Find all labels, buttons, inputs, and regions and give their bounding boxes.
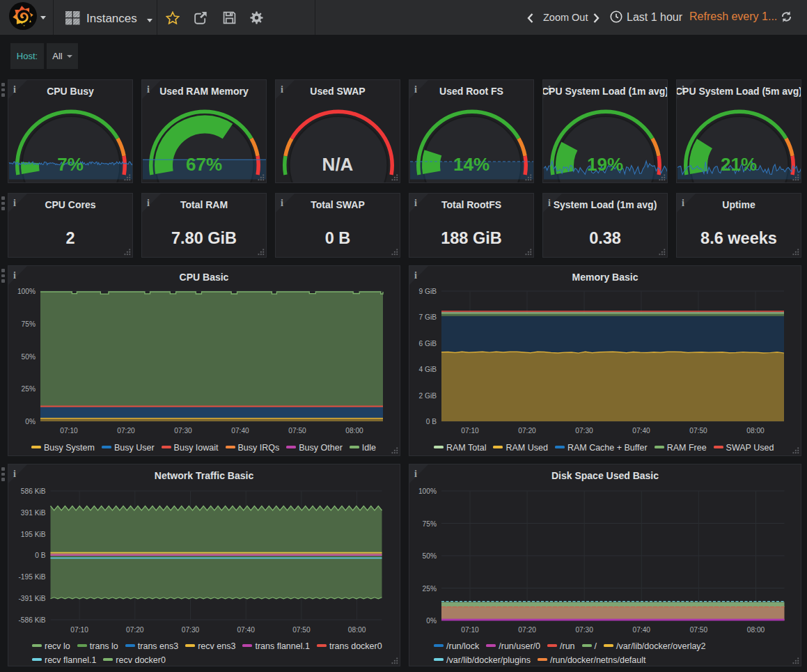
svg-text:0 B: 0 B: [35, 552, 45, 559]
svg-text:07:50: 07:50: [292, 626, 311, 634]
svg-text:07:50: 07:50: [288, 427, 306, 435]
svg-text:25%: 25%: [22, 385, 36, 393]
svg-text:07:10: 07:10: [70, 626, 88, 634]
svg-text:07:40: 07:40: [237, 626, 255, 634]
svg-text:-391 KiB: -391 KiB: [18, 595, 45, 602]
svg-text:25%: 25%: [423, 585, 437, 593]
svg-text:586 KiB: 586 KiB: [21, 487, 46, 495]
svg-text:07:10: 07:10: [461, 427, 479, 435]
svg-text:07:20: 07:20: [117, 427, 135, 435]
svg-text:08:00: 08:00: [345, 427, 363, 435]
svg-text:0%: 0%: [25, 418, 36, 425]
svg-text:07:20: 07:20: [518, 427, 536, 435]
svg-text:-195 KiB: -195 KiB: [18, 573, 45, 581]
svg-text:07:20: 07:20: [126, 626, 144, 634]
svg-text:07:40: 07:40: [633, 626, 651, 634]
svg-text:7 GiB: 7 GiB: [419, 313, 437, 321]
svg-text:07:40: 07:40: [231, 427, 249, 435]
svg-text:195 KiB: 195 KiB: [21, 531, 46, 538]
svg-text:07:30: 07:30: [575, 427, 593, 435]
svg-text:07:50: 07:50: [690, 626, 708, 634]
svg-text:391 KiB: 391 KiB: [21, 509, 46, 517]
svg-text:9 GiB: 9 GiB: [419, 288, 437, 295]
svg-text:07:10: 07:10: [60, 427, 78, 435]
svg-text:07:30: 07:30: [182, 626, 200, 634]
svg-text:100%: 100%: [17, 288, 36, 295]
svg-text:07:30: 07:30: [575, 626, 593, 634]
svg-text:07:50: 07:50: [689, 427, 707, 435]
svg-text:2 GiB: 2 GiB: [419, 392, 437, 400]
svg-text:07:20: 07:20: [518, 626, 536, 634]
svg-text:-586 KiB: -586 KiB: [18, 616, 45, 624]
svg-text:08:00: 08:00: [746, 427, 765, 435]
svg-text:07:40: 07:40: [632, 427, 650, 435]
svg-text:07:10: 07:10: [461, 626, 479, 634]
svg-text:75%: 75%: [423, 520, 437, 528]
svg-text:0%: 0%: [426, 617, 437, 625]
svg-text:0 B: 0 B: [426, 418, 437, 425]
svg-text:08:00: 08:00: [348, 626, 366, 634]
svg-text:07:30: 07:30: [174, 427, 192, 435]
svg-text:50%: 50%: [22, 353, 36, 361]
svg-text:6 GiB: 6 GiB: [419, 340, 437, 347]
svg-text:75%: 75%: [22, 320, 36, 328]
svg-text:50%: 50%: [423, 552, 437, 560]
svg-text:100%: 100%: [418, 487, 437, 495]
svg-text:4 GiB: 4 GiB: [419, 366, 437, 373]
svg-text:08:00: 08:00: [747, 626, 765, 634]
